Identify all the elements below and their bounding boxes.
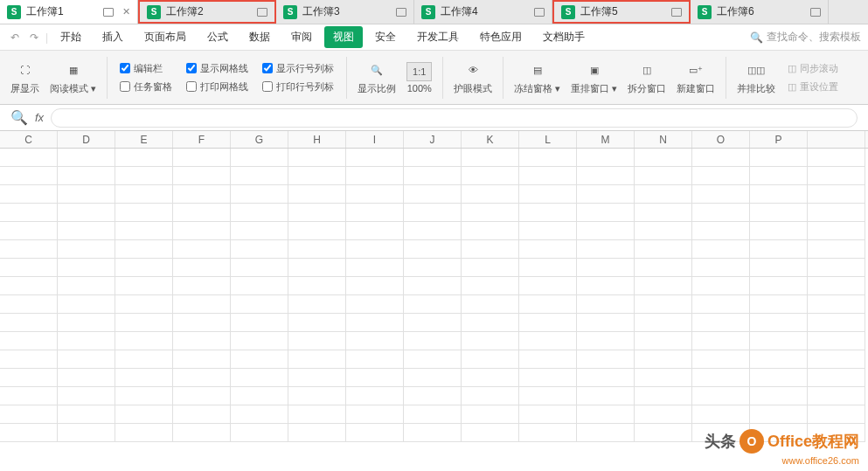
undo-icon[interactable]: ↶: [7, 31, 23, 44]
tab-label: 工作簿1: [26, 4, 64, 19]
compare-button[interactable]: ◫◫ 并排比较: [733, 59, 779, 95]
freeze-pane-button[interactable]: ▤ 冻结窗格 ▾: [510, 59, 564, 95]
rearrange-label: 重排窗口 ▾: [571, 82, 617, 95]
wm-text2: Office教程网: [767, 431, 859, 452]
spreadsheet-icon: S: [7, 5, 21, 19]
menu-doc-helper[interactable]: 文档助手: [534, 26, 594, 48]
column-headers: C D E F G H I J K L M N O P: [0, 131, 868, 149]
spreadsheet-icon: S: [561, 5, 575, 19]
menu-layout[interactable]: 页面布局: [135, 26, 195, 48]
watermark: 头条 O Office教程网: [705, 429, 859, 454]
doc-tab-5[interactable]: S 工作簿5: [552, 0, 691, 24]
menu-special[interactable]: 特色应用: [471, 26, 531, 48]
col-header[interactable]: D: [58, 131, 115, 148]
menu-insert[interactable]: 插入: [94, 26, 132, 48]
read-mode-icon: ▦: [63, 59, 84, 80]
redo-icon[interactable]: ↷: [26, 31, 42, 44]
menu-data[interactable]: 数据: [240, 26, 279, 48]
spreadsheet-grid[interactable]: [0, 149, 868, 442]
watermark-url: www.office26.com: [782, 455, 859, 466]
doc-tab-4[interactable]: S 工作簿4: [414, 0, 552, 24]
sync-scroll-option: ◫ 同步滚动: [788, 62, 838, 75]
col-header[interactable]: N: [635, 131, 692, 148]
menu-bar: ↶ ↷ | 开始 插入 页面布局 公式 数据 审阅 视图 安全 开发工具 特色应…: [0, 24, 868, 51]
menu-review[interactable]: 审阅: [282, 26, 321, 48]
tab-popup-icon[interactable]: [103, 8, 114, 17]
spreadsheet-icon: S: [147, 5, 161, 19]
menu-formula[interactable]: 公式: [198, 26, 237, 48]
tab-popup-icon[interactable]: [810, 8, 821, 17]
fullscreen-icon: ⛶: [15, 59, 36, 80]
col-header[interactable]: [808, 131, 865, 148]
tab-popup-icon[interactable]: [534, 8, 545, 17]
zoom-ratio-button[interactable]: 🔍 显示比例: [354, 59, 399, 95]
office-logo-icon: O: [740, 429, 764, 454]
col-header[interactable]: E: [115, 131, 173, 148]
document-tabs-bar: S 工作簿1 ✕ S 工作簿2 S 工作簿3 S 工作簿4 S 工作簿5 S 工…: [0, 0, 868, 24]
zoom-value-button[interactable]: 1:1 100%: [403, 62, 435, 94]
read-mode-label: 阅读模式 ▾: [50, 82, 96, 95]
col-header[interactable]: I: [346, 131, 404, 148]
doc-tab-6[interactable]: S 工作簿6: [691, 0, 829, 24]
tab-popup-icon[interactable]: [257, 8, 267, 17]
ribbon-toolbar: ⛶ 屏显示 ▦ 阅读模式 ▾ 编辑栏 任务窗格 显示网格线 打印网格线 显示行号…: [0, 51, 868, 105]
tab-label: 工作簿2: [166, 4, 204, 19]
new-window-icon: ▭⁺: [685, 59, 706, 80]
check-group-2: 显示网格线 打印网格线: [181, 59, 253, 97]
rearrange-icon: ▣: [584, 59, 605, 80]
check-edit-bar[interactable]: 编辑栏: [120, 62, 172, 75]
fx-icon[interactable]: fx: [35, 111, 44, 124]
col-header[interactable]: L: [519, 131, 577, 148]
doc-tab-2[interactable]: S 工作簿2: [138, 0, 276, 24]
fullscreen-button[interactable]: ⛶ 屏显示: [7, 59, 43, 95]
compare-options: ◫ 同步滚动 ◫ 重设位置: [782, 59, 844, 97]
wm-text1: 头条: [705, 431, 736, 452]
col-header[interactable]: F: [173, 131, 231, 148]
close-icon[interactable]: ✕: [122, 6, 130, 17]
col-header[interactable]: P: [750, 131, 808, 148]
col-header[interactable]: M: [577, 131, 635, 148]
freeze-icon: ▤: [527, 59, 548, 80]
reset-pos-option: ◫ 重设位置: [788, 80, 838, 94]
rearrange-window-button[interactable]: ▣ 重排窗口 ▾: [567, 59, 621, 95]
menu-view[interactable]: 视图: [324, 26, 363, 48]
read-mode-button[interactable]: ▦ 阅读模式 ▾: [46, 59, 100, 95]
col-header[interactable]: H: [288, 131, 346, 148]
name-box-icon[interactable]: 🔍: [10, 109, 28, 126]
check-print-rowcol[interactable]: 打印行号列标: [262, 80, 334, 94]
check-print-grid[interactable]: 打印网格线: [186, 80, 248, 94]
command-search[interactable]: 🔍 查找命令、搜索模板: [750, 30, 861, 45]
search-icon: 🔍: [750, 31, 763, 44]
eye-icon: 👁: [462, 59, 483, 80]
col-header[interactable]: G: [231, 131, 288, 148]
doc-tab-1[interactable]: S 工作簿1 ✕: [0, 0, 138, 24]
check-task-pane[interactable]: 任务窗格: [120, 80, 172, 94]
check-group-1: 编辑栏 任务窗格: [115, 59, 177, 97]
doc-tab-3[interactable]: S 工作簿3: [276, 0, 414, 24]
formula-input[interactable]: [51, 108, 858, 128]
split-window-button[interactable]: ◫ 拆分窗口: [624, 59, 670, 95]
tab-label: 工作簿5: [580, 4, 618, 19]
tab-popup-icon[interactable]: [396, 8, 406, 17]
spreadsheet-icon: S: [283, 5, 297, 19]
eye-mode-button[interactable]: 👁 护眼模式: [450, 59, 496, 95]
split-icon: ◫: [636, 59, 657, 80]
menu-dev[interactable]: 开发工具: [408, 26, 468, 48]
menu-security[interactable]: 安全: [366, 26, 405, 48]
menu-home[interactable]: 开始: [52, 26, 90, 48]
zoom-icon: 🔍: [366, 59, 387, 80]
col-header[interactable]: C: [0, 131, 58, 148]
search-placeholder: 查找命令、搜索模板: [767, 30, 861, 45]
compare-icon: ◫◫: [746, 59, 767, 80]
tab-popup-icon[interactable]: [671, 8, 682, 17]
tab-label: 工作簿6: [717, 4, 754, 19]
col-header[interactable]: O: [692, 131, 750, 148]
new-window-button[interactable]: ▭⁺ 新建窗口: [673, 59, 719, 95]
check-show-grid[interactable]: 显示网格线: [186, 62, 248, 75]
formula-bar: 🔍 fx: [0, 105, 868, 131]
check-show-rowcol[interactable]: 显示行号列标: [262, 62, 334, 75]
col-header[interactable]: J: [404, 131, 462, 148]
freeze-label: 冻结窗格 ▾: [514, 82, 560, 95]
col-header[interactable]: K: [462, 131, 519, 148]
spreadsheet-icon: S: [421, 5, 435, 19]
